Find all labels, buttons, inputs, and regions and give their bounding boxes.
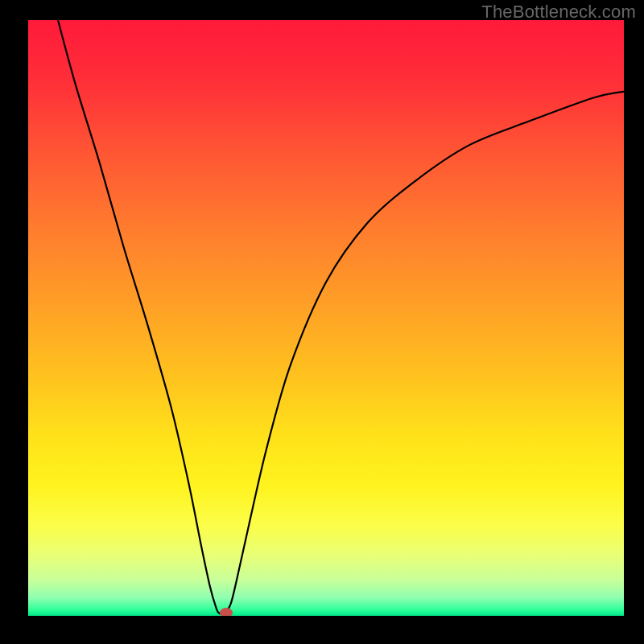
plot-area <box>28 20 624 616</box>
optimal-point-marker <box>220 608 233 616</box>
watermark-text: TheBottleneck.com <box>481 2 636 23</box>
chart-frame: TheBottleneck.com <box>0 0 644 644</box>
bottleneck-curve <box>28 20 624 616</box>
